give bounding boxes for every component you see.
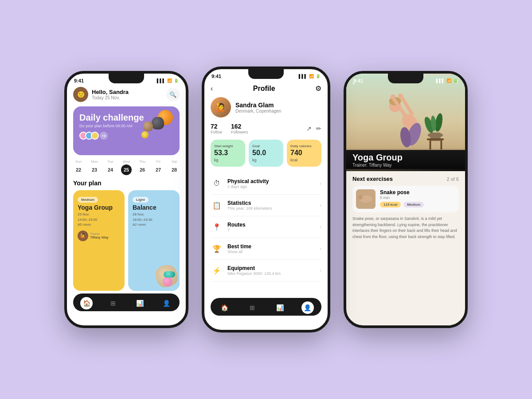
trainer-avatar: 🙋 <box>78 231 88 241</box>
day-mon[interactable]: Mon 23 <box>89 160 100 175</box>
menu-physical-activity[interactable]: ⏱ Physical activity 2 days ago › <box>211 173 321 195</box>
nav-person-1[interactable]: 👤 <box>160 297 172 309</box>
person-icon-2[interactable]: 👤 <box>301 301 314 314</box>
search-button[interactable]: 🔍 <box>166 88 180 101</box>
chart-icon-2[interactable]: 📊 <box>274 301 286 314</box>
routes-sub: 7 <box>227 228 320 232</box>
greeting: Hello, Sandra <box>92 89 129 95</box>
stats-cards: Start weight 53.3 kg Goal 50.0 kg Daily … <box>211 140 321 167</box>
calories-label: Daily calories <box>290 144 318 148</box>
svg-point-21 <box>358 195 363 200</box>
profile-header: ‹ Profile ⚙ <box>211 81 321 97</box>
best-time-text: Best time Show all <box>227 243 320 254</box>
status-time-2: 9:41 <box>211 74 221 79</box>
activity-title: Physical activity <box>227 178 320 184</box>
nav-home-2[interactable]: 🏠 <box>218 301 231 314</box>
best-time-title: Best time <box>227 243 320 250</box>
day-thu[interactable]: Thu 26 <box>137 160 148 175</box>
statistics-arrow: › <box>320 202 321 208</box>
teal-pill <box>164 271 175 278</box>
day-sat[interactable]: Sat 28 <box>169 160 180 175</box>
home-icon[interactable]: 🏠 <box>80 297 93 309</box>
bottom-nav-2: 🏠 ⊞ 📊 👤 <box>211 298 321 316</box>
statistics-icon: 📋 <box>211 199 223 211</box>
week-calendar: Sun 22 Mon 23 Tue 24 Wed 25 Thu 26 Fri 2… <box>73 160 180 175</box>
shape-yellow <box>141 131 149 138</box>
menu-best-time[interactable]: 🏆 Best time Show all › <box>211 238 321 260</box>
challenge-card[interactable]: Daily challenge Do your plan before 09:0… <box>73 106 180 155</box>
nav-chart-1[interactable]: 📊 <box>133 297 146 309</box>
weight-unit: kg <box>214 158 242 162</box>
phone2-content: ‹ Profile ⚙ 🙋 Sandra Glam Denmark, Copen… <box>204 81 328 322</box>
activity-sub: 2 days ago <box>227 184 320 189</box>
grid-icon-2[interactable]: ⊞ <box>246 301 258 314</box>
weight-value: 53.3 <box>214 149 242 157</box>
plan-card-yoga[interactable]: Medium Yoga Group 25 Nov.14:00–15:00A5 r… <box>73 190 125 291</box>
followers-value: 162 <box>231 123 248 130</box>
notch <box>109 74 144 83</box>
exercise-description: Snake pose, or sarpasana in Sanskrit, is… <box>352 216 459 240</box>
nav-grid-2[interactable]: ⊞ <box>246 301 258 314</box>
edit-profile-button[interactable]: ✏ <box>316 125 321 132</box>
pink-circle <box>163 277 172 286</box>
nav-chart-2[interactable]: 📊 <box>274 301 286 314</box>
nav-home-1[interactable]: 🏠 <box>80 297 93 309</box>
menu-equipment[interactable]: ⚡ Equipment Nike Pegasus 3000: 130,4 km … <box>211 260 321 282</box>
routes-text: Routes 7 <box>227 222 320 232</box>
day-tue[interactable]: Tue 24 <box>105 160 116 175</box>
activity-arrow: › <box>320 180 321 187</box>
svg-point-16 <box>398 94 403 98</box>
shape-tan <box>143 121 153 131</box>
menu-routes[interactable]: 📍 Routes 7 › <box>211 216 321 238</box>
grid-icon[interactable]: ⊞ <box>107 297 119 309</box>
plan-section-title: Your plan <box>73 180 180 187</box>
yoga-group-title: Yoga Group <box>78 204 120 211</box>
yoga-title: Yoga Group <box>352 153 459 163</box>
menu-list: ⏱ Physical activity 2 days ago › 📋 Stati… <box>211 173 321 282</box>
nav-grid-1[interactable]: ⊞ <box>107 297 119 309</box>
profile-avatar: 🙋 <box>211 97 231 117</box>
user-avatar[interactable]: 🙂 <box>73 87 88 102</box>
date: Today 25 Nov. <box>92 95 129 100</box>
profile-info: 🙋 Sandra Glam Denmark, Copenhagen <box>211 97 321 117</box>
challenge-shapes <box>140 109 175 145</box>
best-time-arrow: › <box>320 246 321 252</box>
exercises-label: Next exercises <box>352 176 393 182</box>
profile-title: Profile <box>253 85 275 93</box>
exercises-header: Next exercises 2 of 6 <box>352 176 459 182</box>
day-wed[interactable]: Wed 25 <box>121 160 132 175</box>
settings-button[interactable]: ⚙ <box>315 84 321 93</box>
chart-icon[interactable]: 📊 <box>133 297 146 309</box>
balance-shapes <box>156 265 178 287</box>
back-button[interactable]: ‹ <box>211 85 213 93</box>
day-sun[interactable]: Sun 22 <box>73 160 84 175</box>
notch-2 <box>248 69 284 79</box>
yoga-content: Next exercises 2 of 6 Snake pose 5 min <box>346 171 465 306</box>
menu-statistics[interactable]: 📋 Statistics This year: 109 kilometers › <box>211 195 321 216</box>
routes-icon: 📍 <box>211 221 223 233</box>
follow-row: 72 Follow 162 Followers ↗ ✏ <box>211 123 321 134</box>
badge-light: Light <box>133 197 149 203</box>
plan-card-balance[interactable]: Light Balance 28 Nov.18:00–19:30A2 room <box>128 190 180 291</box>
stat-goal: Goal 50.0 kg <box>249 140 283 167</box>
header-text: Hello, Sandra Today 25 Nov. <box>92 89 129 100</box>
exercise-duration: 5 min <box>380 196 455 200</box>
phone-yoga: 9:41 ▌▌▌ 📶 🔋 ‹ ↑ <box>344 71 468 328</box>
svg-point-15 <box>391 94 395 99</box>
activity-icon: ⏱ <box>211 177 223 190</box>
status-icons-2: ▌▌▌ 📶 🔋 <box>299 74 321 78</box>
profile-details: Sandra Glam Denmark, Copenhagen <box>235 102 281 113</box>
nav-person-2[interactable]: 👤 <box>301 301 314 314</box>
follow-stats: 72 Follow 162 Followers <box>211 123 248 134</box>
phone3-content: ‹ ↑ <box>346 74 465 306</box>
home-icon-2[interactable]: 🏠 <box>218 301 231 314</box>
notch-3 <box>388 74 423 83</box>
routes-arrow: › <box>320 224 321 230</box>
phone1-content: 🙂 Hello, Sandra Today 25 Nov. 🔍 Daily ch… <box>67 85 186 317</box>
status-icons-1: ▌▌▌ 📶 🔋 <box>157 78 179 83</box>
yoga-overlay: Yoga Group Trainer: Tiffany Way <box>346 147 465 171</box>
exercise-card[interactable]: Snake pose 5 min 115 kcal Medium <box>352 186 459 212</box>
person-icon[interactable]: 👤 <box>160 297 172 309</box>
day-fri[interactable]: Fri 27 <box>153 160 164 175</box>
share-profile-button[interactable]: ↗ <box>306 125 312 132</box>
